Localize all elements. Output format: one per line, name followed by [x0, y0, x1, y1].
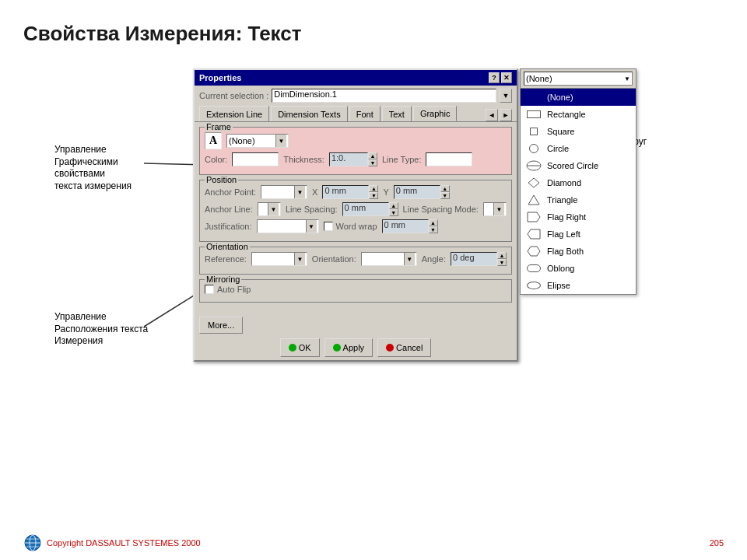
- apply-icon: [333, 344, 341, 352]
- font-icon: A: [205, 132, 222, 149]
- angle-input[interactable]: 0 deg: [451, 252, 497, 266]
- thickness-spin-buttons: ▲ ▼: [368, 152, 377, 166]
- justification-dropdown[interactable]: ▼: [257, 219, 319, 233]
- auto-flip-row: Auto Flip: [205, 285, 251, 294]
- x-input[interactable]: 0 mm: [322, 185, 369, 199]
- thickness-label: Thickness:: [283, 155, 324, 164]
- anchor-point-row: Anchor Point: ▼ X 0 mm ▲ ▼ Y 0 mm: [205, 185, 507, 199]
- flag-both-icon: [525, 244, 542, 258]
- triangle-icon: [525, 193, 542, 207]
- frame-section: Frame A (None) ▼ Color: Thickness: 1:0. …: [199, 127, 512, 175]
- tab-dimension-texts[interactable]: Dimension Texts: [271, 106, 348, 121]
- x-down-button[interactable]: ▼: [369, 192, 378, 199]
- apply-button[interactable]: Apply: [324, 338, 374, 357]
- tab-graphic[interactable]: Graphic: [413, 106, 458, 121]
- reference-dropdown[interactable]: ▼: [251, 252, 307, 266]
- word-wrap-up-button[interactable]: ▲: [429, 219, 438, 226]
- tab-next-button[interactable]: ►: [500, 109, 512, 121]
- auto-flip-checkbox[interactable]: [205, 285, 214, 294]
- diamond-icon: [525, 176, 542, 190]
- close-button[interactable]: ✕: [501, 72, 512, 83]
- orientation-dropdown-arrow: ▼: [404, 253, 415, 265]
- angle-up-button[interactable]: ▲: [497, 252, 507, 259]
- word-wrap-down-button[interactable]: ▼: [429, 226, 438, 233]
- reference-dropdown-arrow: ▼: [294, 253, 305, 265]
- more-button[interactable]: More...: [199, 317, 243, 334]
- orientation-dropdown[interactable]: ▼: [361, 252, 417, 266]
- frame-font-row: A (None) ▼: [205, 132, 507, 149]
- square-icon: [525, 124, 542, 138]
- cancel-button[interactable]: Cancel: [377, 338, 431, 357]
- popup-item-circle[interactable]: Circle: [521, 140, 636, 157]
- line-spacing-label: Line Spacing:: [286, 205, 338, 214]
- y-input[interactable]: 0 mm: [394, 185, 440, 199]
- anchor-line-dropdown[interactable]: ▼: [258, 202, 281, 216]
- mirroring-row: Auto Flip: [205, 285, 507, 294]
- annotation-left-top: Управление Графическими свойствами текст…: [54, 144, 132, 192]
- popup-item-flag-left[interactable]: Flag Left: [521, 226, 636, 243]
- thickness-up-button[interactable]: ▲: [368, 152, 377, 159]
- popup-item-rectangle[interactable]: Rectangle: [521, 106, 636, 123]
- line-spacing-spin: 0 mm ▲ ▼: [342, 202, 398, 216]
- word-wrap-checkbox[interactable]: [324, 222, 333, 231]
- line-spacing-mode-dropdown[interactable]: ▼: [483, 202, 507, 216]
- tab-font[interactable]: Font: [349, 106, 381, 121]
- anchor-point-label: Anchor Point:: [205, 187, 256, 197]
- tab-text[interactable]: Text: [382, 106, 412, 121]
- popup-item-diamond[interactable]: Diamond: [521, 174, 636, 191]
- line-spacing-up-button[interactable]: ▲: [389, 202, 398, 209]
- word-wrap-spin: 0 mm ▲ ▼: [382, 219, 438, 233]
- angle-down-button[interactable]: ▼: [497, 259, 507, 266]
- help-button[interactable]: ?: [489, 72, 500, 83]
- popup-item-flag-both[interactable]: Flag Both: [521, 243, 636, 260]
- x-up-button[interactable]: ▲: [369, 185, 378, 192]
- popup-selected-dropdown[interactable]: (None) ▼: [524, 72, 633, 86]
- thickness-input[interactable]: 1:0.: [329, 152, 368, 166]
- mirroring-section-title: Mirroring: [205, 275, 241, 284]
- tab-extension-line[interactable]: Extension Line: [199, 106, 269, 121]
- tab-prev-button[interactable]: ◄: [486, 109, 498, 121]
- word-wrap-input[interactable]: 0 mm: [382, 219, 429, 233]
- reference-label: Reference:: [205, 254, 247, 264]
- line-spacing-mode-dropdown-arrow: ▼: [493, 203, 504, 215]
- position-section-title: Position: [205, 175, 238, 184]
- popup-item-triangle[interactable]: Triangle: [521, 191, 636, 208]
- popup-item-none[interactable]: (None): [521, 89, 636, 106]
- anchor-point-dropdown[interactable]: ▼: [261, 185, 307, 199]
- line-spacing-input[interactable]: 0 mm: [342, 202, 389, 216]
- justification-dropdown-arrow: ▼: [306, 220, 317, 233]
- scored-circle-icon: [525, 159, 542, 173]
- popup-item-flag-right[interactable]: Flag Right: [521, 208, 636, 226]
- frame-font-dropdown-arrow: ▼: [275, 135, 286, 147]
- footer-page-number: 205: [710, 538, 724, 548]
- ok-button[interactable]: OK: [280, 338, 320, 357]
- tab-bar: Extension Line Dimension Texts Font Text…: [195, 106, 517, 121]
- globe-icon: [23, 534, 42, 552]
- line-spacing-down-button[interactable]: ▼: [389, 209, 398, 216]
- y-down-button[interactable]: ▼: [440, 192, 450, 199]
- cancel-icon: [386, 344, 394, 352]
- popup-item-oblong[interactable]: Oblong: [521, 260, 636, 277]
- ok-icon: [289, 344, 296, 352]
- svg-marker-5: [528, 178, 539, 187]
- thickness-down-button[interactable]: ▼: [368, 159, 377, 166]
- orientation-row: Reference: ▼ Orientation: ▼ Angle: 0 deg…: [205, 252, 507, 266]
- y-up-button[interactable]: ▲: [440, 185, 450, 192]
- current-selection-label: Current selection :: [199, 91, 268, 100]
- linetype-field[interactable]: [426, 152, 472, 166]
- angle-spin: 0 deg ▲ ▼: [451, 252, 507, 266]
- word-wrap-label: Word wrap: [336, 222, 377, 231]
- popup-item-ellipse[interactable]: Elipse: [521, 277, 636, 294]
- popup-item-scored-circle[interactable]: Scored Circle: [521, 157, 636, 174]
- current-selection-field[interactable]: DimDimension.1: [272, 89, 496, 103]
- color-label: Color:: [205, 155, 227, 164]
- word-wrap-spin-buttons: ▲ ▼: [429, 219, 438, 233]
- popup-item-square[interactable]: Square: [521, 123, 636, 140]
- frame-font-dropdown[interactable]: (None) ▼: [226, 134, 289, 148]
- dialog-titlebar: Properties ? ✕: [195, 70, 517, 86]
- flag-right-icon: [525, 210, 542, 224]
- frame-dropdown-popup: (None) ▼ (None) Rectangle Square Circle: [520, 68, 637, 295]
- rectangle-icon: [525, 107, 542, 121]
- selection-arrow-button[interactable]: ▼: [500, 89, 512, 103]
- color-field[interactable]: [232, 152, 279, 166]
